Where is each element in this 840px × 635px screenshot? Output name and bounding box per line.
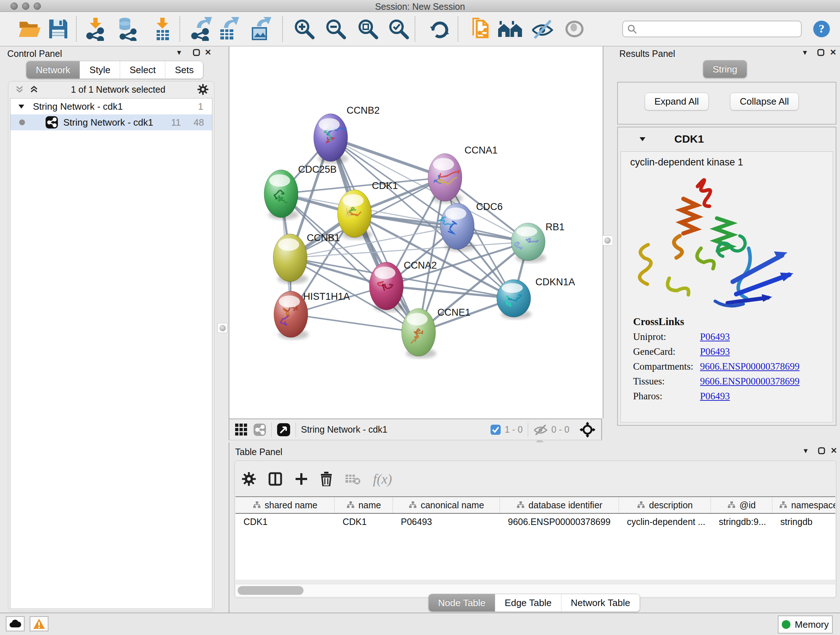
network-node-CDKN1A[interactable]: CDKN1A — [497, 277, 575, 319]
crosslinks-heading: CrossLinks — [633, 316, 833, 328]
edge-HIST1H1A-CCNE1 — [291, 314, 418, 333]
crosslink-link[interactable]: 9606.ENSP00000378699 — [700, 376, 799, 387]
results-panel-float-icon[interactable] — [815, 47, 826, 58]
tab-sets[interactable]: Sets — [165, 61, 203, 79]
network-selection-summary: 1 of 1 Network selected — [39, 84, 197, 95]
table-cell[interactable]: P06493 — [393, 516, 500, 527]
window-title: Session: New Session — [0, 2, 840, 12]
gene-section-header[interactable]: CDK1 — [618, 127, 836, 150]
network-node-HIST1H1A[interactable]: HIST1H1A — [274, 291, 350, 340]
network-node-CCNE1[interactable]: CCNE1 — [401, 307, 471, 358]
expand-all-networks-icon[interactable] — [29, 85, 39, 94]
network-view-mode-icon[interactable] — [253, 423, 266, 436]
column-header-shared-name[interactable]: shared name — [235, 497, 335, 513]
network-node-RB1[interactable]: RB1 — [511, 222, 565, 263]
open-session-icon[interactable] — [14, 15, 45, 43]
tab-edge-table[interactable]: Edge Table — [495, 594, 561, 611]
export-network-icon[interactable] — [187, 15, 217, 43]
table-cell[interactable]: cyclin-dependent ... — [619, 516, 711, 527]
network-collection-row[interactable]: String Network - cdk1 1 — [11, 98, 212, 114]
show-all-icon[interactable] — [559, 15, 590, 43]
warnings-button[interactable] — [30, 616, 49, 631]
search-box[interactable] — [622, 21, 802, 37]
import-table-from-file-icon[interactable] — [147, 15, 178, 43]
column-header-canonical-name[interactable]: canonical name — [393, 497, 500, 513]
collapse-all-button[interactable]: Collapse All — [730, 93, 799, 111]
tab-node-table[interactable]: Node Table — [429, 594, 495, 611]
collapse-all-networks-icon[interactable] — [15, 85, 24, 94]
scrollbar-thumb[interactable] — [238, 586, 303, 595]
table-cell[interactable]: 9606.ENSP00000378699 — [500, 516, 619, 527]
tab-network[interactable]: Network — [27, 61, 80, 79]
gene-collapse-icon[interactable] — [639, 136, 646, 142]
toolbar-separator — [415, 16, 415, 42]
tab-network-table[interactable]: Network Table — [561, 594, 639, 611]
hide-selected-icon[interactable] — [527, 15, 557, 43]
column-header-namespace[interactable]: namespace — [772, 497, 835, 513]
crosslink-link[interactable]: 9606.ENSP00000378699 — [700, 361, 799, 372]
detach-view-icon[interactable] — [277, 423, 291, 437]
export-table-icon[interactable] — [213, 15, 244, 43]
right-splitter-handle[interactable] — [602, 235, 613, 245]
column-header-name[interactable]: name — [335, 497, 393, 513]
cloud-button[interactable] — [6, 616, 25, 631]
tab-select[interactable]: Select — [120, 61, 165, 79]
network-options-gear-icon[interactable] — [197, 84, 208, 95]
table-settings-gear-icon[interactable] — [242, 472, 256, 486]
zoom-fit-icon[interactable] — [353, 15, 383, 43]
network-canvas[interactable]: CCNB2CCNA1CDC25BCDK1CDC6RB1CCNB1CCNA2CDK… — [229, 46, 603, 418]
left-splitter-handle[interactable] — [218, 323, 227, 333]
control-panel-close-icon[interactable]: ✕ — [202, 47, 213, 58]
import-network-from-database-icon[interactable] — [113, 15, 144, 43]
column-header--id[interactable]: @id — [711, 497, 772, 513]
column-header-database-identifier[interactable]: database identifier — [500, 497, 619, 513]
crosslink-label: Pharos: — [633, 391, 700, 402]
import-network-from-file-icon[interactable] — [81, 15, 111, 43]
refresh-layout-icon[interactable] — [424, 15, 455, 43]
help-icon[interactable]: ? — [809, 15, 834, 43]
tab-style[interactable]: Style — [80, 61, 120, 79]
crosslinks-list: Uniprot:P06493GeneCard:P06493Compartment… — [621, 331, 833, 402]
birdseye-navigator-icon[interactable] — [579, 422, 595, 438]
network-node-CCNB2[interactable]: CCNB2 — [314, 105, 380, 164]
table-panel-float-icon[interactable] — [816, 445, 827, 456]
share-document-icon[interactable] — [465, 15, 495, 43]
results-panel-menu-icon[interactable]: ▾ — [799, 47, 810, 58]
crosslink-link[interactable]: P06493 — [700, 331, 730, 342]
control-panel-float-icon[interactable] — [191, 47, 202, 58]
zoom-in-icon[interactable] — [289, 15, 319, 43]
results-panel-close-icon[interactable]: ✕ — [828, 47, 838, 58]
delete-column-icon[interactable] — [320, 472, 332, 486]
show-columns-icon[interactable] — [268, 472, 283, 486]
column-header-description[interactable]: description — [619, 497, 711, 513]
home-networks-icon[interactable] — [495, 15, 525, 43]
table-cell[interactable]: CDK1 — [235, 516, 335, 527]
crosslink-link[interactable]: P06493 — [700, 391, 730, 402]
table-panel-menu-icon[interactable]: ▾ — [800, 445, 811, 456]
network-node-CCNB1[interactable]: CCNB1 — [273, 233, 340, 284]
network-node-CCNA1[interactable]: CCNA1 — [428, 145, 498, 203]
zoom-out-icon[interactable] — [321, 15, 351, 43]
node-label-CCNA1: CCNA1 — [464, 145, 498, 156]
tab-string[interactable]: String — [703, 60, 747, 78]
hidden-counts: 0 - 0 — [551, 424, 569, 435]
grid-view-icon[interactable] — [235, 424, 248, 436]
table-cell[interactable]: stringdb — [772, 516, 835, 527]
network-row[interactable]: String Network - cdk1 11 48 — [11, 114, 212, 130]
table-cell[interactable]: CDK1 — [335, 516, 393, 527]
expand-all-button[interactable]: Expand All — [645, 93, 709, 111]
zoom-selected-icon[interactable] — [384, 15, 414, 43]
selected-counts: 1 - 0 — [505, 424, 523, 435]
table-panel-close-icon[interactable]: ✕ — [829, 445, 839, 456]
search-input[interactable] — [640, 24, 797, 35]
table-cell[interactable]: stringdb:9... — [711, 516, 772, 527]
table-row[interactable]: CDK1CDK1P064939606.ENSP00000378699cyclin… — [235, 514, 835, 530]
selected-checkbox-icon[interactable] — [490, 424, 501, 435]
memory-button[interactable]: Memory — [778, 616, 833, 633]
tree-expander-icon[interactable] — [18, 103, 25, 109]
add-column-icon[interactable] — [295, 472, 308, 486]
crosslink-link[interactable]: P06493 — [700, 346, 730, 357]
control-panel-menu-icon[interactable]: ▾ — [174, 47, 185, 58]
export-image-icon[interactable] — [246, 15, 276, 43]
save-session-icon[interactable] — [43, 15, 73, 43]
